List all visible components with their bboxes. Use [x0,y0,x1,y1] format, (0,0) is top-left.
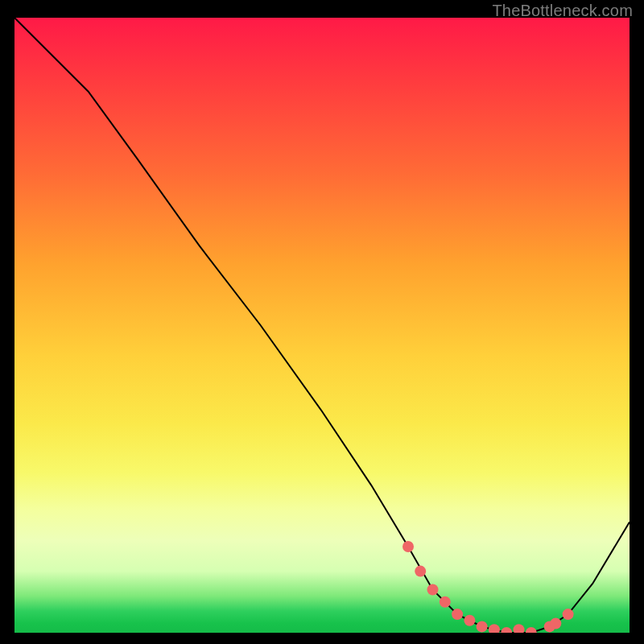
chart-plot-area [14,18,630,633]
marker-dot [464,615,475,626]
marker-dot [514,624,525,633]
marker-dot [415,566,426,577]
marker-dot [427,584,439,596]
marker-dot [550,618,561,630]
chart-overlay-svg [14,18,630,633]
bottleneck-curve-line [14,18,630,633]
marker-dot [544,621,555,632]
marker-dot [440,597,451,608]
chart-root: TheBottleneck.com [0,0,644,644]
marker-dot [402,541,414,552]
marker-dot [501,627,512,633]
marker-dot [526,627,537,633]
marker-dot [563,609,574,620]
bottleneck-valley-markers [402,541,574,633]
marker-dot [452,609,463,620]
marker-dot [489,624,500,633]
marker-dot [477,621,488,632]
